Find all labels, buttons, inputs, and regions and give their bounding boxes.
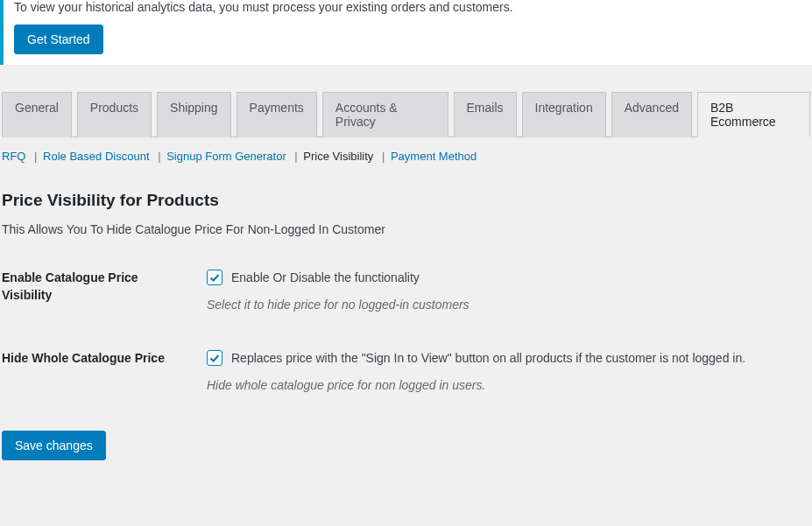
field-hide-whole-price: Hide Whole Catalogue Price Replaces pric… (2, 350, 810, 392)
field-control: Enable Or Disable the functionality Sele… (207, 270, 810, 312)
checkbox-label: Enable Or Disable the functionality (231, 270, 420, 284)
subtab-signup-form-generator[interactable]: Signup Form Generator (166, 150, 286, 163)
subtabs: RFQ | Role Based Discount | Signup Form … (2, 137, 810, 175)
checkbox-label: Replaces price with the "Sign In to View… (231, 351, 745, 365)
separator: | (29, 150, 39, 163)
help-text: Select it to hide price for no logged-in… (207, 298, 810, 312)
separator: | (289, 150, 300, 163)
save-row: Save changes (2, 431, 810, 460)
settings-tabs: General Products Shipping Payments Accou… (2, 91, 810, 137)
separator: | (152, 150, 163, 163)
field-label: Hide Whole Catalogue Price (2, 350, 207, 368)
page-description: This Allows You To Hide Catalogue Price … (2, 222, 810, 236)
checkbox-row: Replaces price with the "Sign In to View… (207, 350, 810, 366)
check-icon (208, 271, 221, 284)
check-icon (208, 352, 221, 364)
separator: | (377, 150, 387, 163)
hide-whole-checkbox[interactable] (207, 350, 222, 366)
tab-general[interactable]: General (2, 92, 72, 137)
field-control: Replaces price with the "Sign In to View… (207, 350, 810, 392)
field-label: Enable Catalogue Price Visibility (2, 270, 207, 304)
subtab-price-visibility[interactable]: Price Visibility (303, 150, 373, 163)
subtab-role-based-discount[interactable]: Role Based Discount (43, 150, 149, 163)
page-title: Price Visibility for Products (2, 191, 810, 210)
analytics-notice: To view your historical analytics data, … (0, 0, 812, 65)
tab-accounts-privacy[interactable]: Accounts & Privacy (322, 92, 448, 137)
subtab-payment-method[interactable]: Payment Method (391, 150, 477, 163)
tab-shipping[interactable]: Shipping (157, 92, 231, 137)
tab-b2b-ecommerce[interactable]: B2B Ecommerce (697, 92, 810, 137)
tab-payments[interactable]: Payments (237, 92, 317, 137)
enable-visibility-checkbox[interactable] (207, 270, 222, 285)
help-text: Hide whole catalogue price for non logge… (207, 378, 810, 392)
tab-integration[interactable]: Integration (522, 92, 606, 137)
notice-text: To view your historical analytics data, … (14, 0, 801, 25)
tab-emails[interactable]: Emails (454, 92, 517, 137)
get-started-button[interactable]: Get Started (14, 25, 103, 54)
checkbox-row: Enable Or Disable the functionality (207, 270, 810, 285)
subtab-rfq[interactable]: RFQ (2, 150, 25, 163)
tab-products[interactable]: Products (77, 92, 152, 137)
save-changes-button[interactable]: Save changes (2, 431, 106, 460)
tab-advanced[interactable]: Advanced (611, 92, 692, 137)
field-enable-price-visibility: Enable Catalogue Price Visibility Enable… (2, 270, 810, 312)
